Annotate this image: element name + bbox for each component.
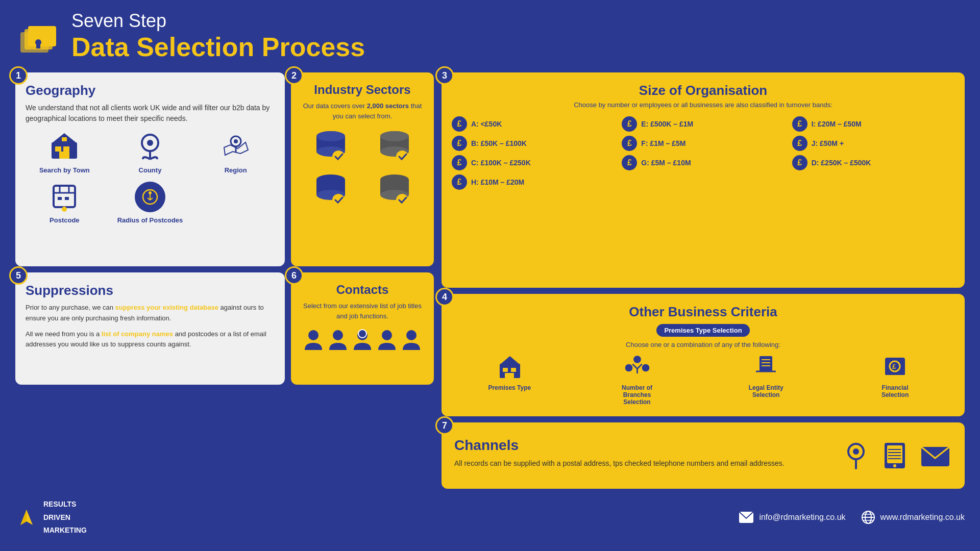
size-item-h: £ H: £10M – £20M (452, 174, 614, 190)
criteria-icon-branches (623, 354, 651, 382)
svg-rect-19 (58, 197, 62, 200)
svg-point-43 (333, 330, 343, 340)
svg-rect-4 (36, 44, 40, 48)
criteria-label-branches: Number of Branches Selection (614, 384, 660, 406)
step5-text1: Prior to any purchase, we can suppress y… (26, 303, 275, 324)
main-container: Seven Step Data Selection Process 1 Geog… (0, 0, 980, 551)
footer: RESULTSDRIVENMARKETING info@rdmarketing.… (15, 494, 965, 541)
criteria-item-premises: Premises Type (488, 354, 531, 391)
pound-icon-d: £ (792, 155, 807, 170)
step4-panel: 4 Other Business Criteria Premises Type … (442, 294, 965, 416)
geo-icon-region (219, 132, 252, 162)
svg-point-70 (853, 448, 859, 455)
step4-title: Other Business Criteria (452, 304, 954, 320)
geo-icons-grid: Search by Town (26, 132, 275, 224)
svg-line-57 (632, 364, 637, 369)
footer-website-item: www.rdmarketing.co.uk (861, 510, 965, 524)
size-item-b: £ B: £50K – £100K (452, 136, 614, 151)
svg-rect-50 (511, 368, 516, 372)
channels-icons (842, 440, 952, 471)
db-icon-3 (313, 172, 349, 210)
footer-globe-icon (861, 510, 875, 524)
footer-logo-icon (15, 507, 38, 528)
step6-title: Contacts (301, 283, 424, 297)
svg-point-42 (308, 330, 318, 340)
svg-rect-20 (65, 197, 69, 200)
step1-description: We understand that not all clients work … (26, 103, 275, 124)
size-item-i: £ I: £20M – £50M (792, 116, 954, 132)
step2-panel: 2 Industry Sectors Our data covers over … (291, 72, 434, 266)
svg-point-56 (634, 373, 639, 378)
bottom-row: 5 Suppressions Prior to any purchase, we… (15, 272, 434, 385)
pound-icon-b: £ (452, 136, 467, 151)
db-icons-grid (301, 129, 424, 210)
pound-icon-c: £ (452, 155, 467, 170)
size-item-j: £ J: £50M + (792, 136, 954, 151)
footer-logo-text: RESULTSDRIVENMARKETING (43, 498, 87, 537)
size-label-d: D: £250K – £500K (812, 159, 871, 167)
criteria-label-legal: Legal Entity Selection (743, 384, 789, 398)
size-label-i: I: £20M – £50M (812, 120, 862, 128)
size-label-c: C: £100K – £250K (471, 159, 531, 167)
size-label-h: H: £10M – £20M (471, 178, 524, 186)
size-label-e: E: £500K – £1M (641, 120, 693, 128)
svg-marker-80 (20, 510, 27, 525)
step2-title: Industry Sectors (301, 83, 424, 97)
step5-badge: 5 (9, 266, 28, 285)
geo-label-town: Search by Town (39, 166, 90, 174)
contact-icon-1 (304, 329, 323, 352)
size-item-e: £ E: £500K – £1M (622, 116, 784, 132)
premises-badge: Premises Type Selection (656, 324, 749, 337)
svg-point-47 (406, 330, 416, 340)
size-label-a: A: <£50K (471, 120, 502, 128)
step5-text2: All we need from you is a list of compan… (26, 329, 275, 350)
choose-text: Choose one or a combination of any of th… (452, 341, 954, 348)
svg-point-28 (332, 151, 345, 163)
svg-point-45 (358, 330, 366, 338)
svg-point-33 (396, 151, 408, 163)
criteria-label-premises: Premises Type (488, 384, 531, 391)
contact-icon-3-highlighted (353, 329, 372, 352)
size-item-a: £ A: <£50K (452, 116, 614, 132)
svg-rect-15 (54, 186, 75, 207)
svg-rect-10 (62, 137, 67, 141)
contact-icon-5 (402, 329, 421, 352)
footer-logo: RESULTSDRIVENMARKETING (15, 498, 87, 537)
right-column: 3 Size of Organisation Choose by number … (442, 72, 965, 489)
pound-icon-j: £ (792, 136, 807, 151)
step6-panel: 6 Contacts Select from our extensive lis… (291, 272, 434, 385)
contacts-icons (301, 329, 424, 352)
svg-point-12 (147, 140, 153, 146)
db-icon-4 (377, 172, 412, 210)
left-column: 1 Geography We understand that not all c… (15, 72, 434, 489)
channel-icon-email (919, 442, 952, 470)
svg-point-73 (893, 464, 896, 467)
geo-item-town: Search by Town (26, 132, 104, 174)
geo-label-radius: Radius of Postcodes (117, 216, 183, 224)
channel-icon-location (842, 440, 870, 471)
svg-rect-6 (55, 146, 61, 152)
svg-rect-68 (884, 375, 906, 378)
top-row: 1 Geography We understand that not all c… (15, 72, 434, 266)
criteria-item-legal: Legal Entity Selection (743, 354, 789, 398)
step6-badge: 6 (285, 266, 303, 285)
header-title: Data Selection Process (71, 32, 365, 62)
size-item-g: £ G: £5M – £10M (622, 155, 784, 170)
geo-item-region: Region (197, 132, 275, 174)
step6-description: Select from our extensive list of job ti… (301, 301, 424, 321)
channel-icon-phone (880, 440, 909, 471)
step5-panel: 5 Suppressions Prior to any purchase, we… (15, 272, 285, 385)
svg-point-37 (332, 194, 345, 206)
geo-label-postcode: Postcode (50, 216, 80, 224)
svg-rect-7 (63, 146, 69, 152)
footer-email-icon (739, 511, 754, 523)
criteria-icons: Premises Type (452, 354, 954, 406)
step1-panel: 1 Geography We understand that not all c… (15, 72, 285, 266)
step7-title: Channels (454, 437, 827, 454)
criteria-icon-financial: £ (881, 354, 909, 382)
step2-badge: 2 (285, 66, 303, 85)
svg-point-23 (149, 191, 152, 194)
svg-rect-2 (20, 32, 48, 53)
criteria-item-financial: £ Financial Selection (872, 354, 918, 398)
svg-marker-52 (500, 356, 520, 365)
